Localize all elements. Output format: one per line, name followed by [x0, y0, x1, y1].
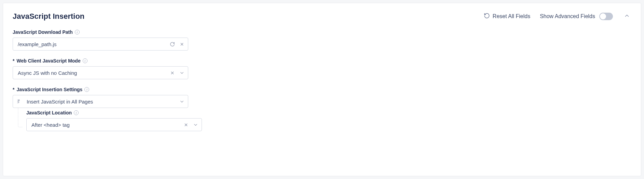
header-actions: Reset All Fields Show Advanced Fields — [484, 11, 631, 21]
input-wrap-js-mode: Async JS with no Caching — [13, 66, 188, 79]
label-download-path-text: JavaScript Download Path — [13, 29, 73, 35]
input-icons — [169, 70, 185, 76]
reset-label: Reset All Fields — [493, 13, 530, 19]
branch-icon — [17, 99, 22, 104]
label-download-path: JavaScript Download Path i — [13, 29, 188, 35]
input-icons — [183, 122, 198, 128]
js-mode-select[interactable]: Async JS with no Caching — [13, 66, 188, 79]
field-js-mode: Web Client JavaScript Mode i Async JS wi… — [13, 58, 188, 79]
chevron-down-icon[interactable] — [179, 98, 185, 105]
label-insertion-settings-text: JavaScript Insertion Settings — [16, 87, 82, 92]
reset-all-fields-button[interactable]: Reset All Fields — [484, 13, 530, 20]
field-insertion-settings: JavaScript Insertion Settings i Insert J… — [13, 87, 188, 131]
info-icon[interactable]: i — [74, 110, 79, 115]
label-js-mode-text: Web Client JavaScript Mode — [16, 58, 80, 64]
input-icons — [169, 41, 185, 47]
info-icon[interactable]: i — [84, 87, 89, 92]
field-js-location: JavaScript Location i After <head> tag — [26, 110, 188, 131]
panel-header: JavaScript Insertion Reset All Fields Sh… — [13, 11, 631, 21]
label-js-location-text: JavaScript Location — [26, 110, 72, 115]
info-icon[interactable]: i — [83, 58, 87, 63]
input-wrap-js-location: After <head> tag — [26, 118, 202, 131]
advanced-label: Show Advanced Fields — [540, 13, 595, 19]
clear-icon[interactable] — [179, 41, 185, 47]
insertion-settings-value: Insert JavaScript in All Pages — [27, 99, 93, 105]
clear-icon[interactable] — [169, 70, 175, 76]
reset-icon — [484, 13, 490, 20]
nested-area: JavaScript Location i After <head> tag — [13, 110, 188, 131]
label-insertion-settings: JavaScript Insertion Settings i — [13, 87, 188, 92]
js-location-select[interactable]: After <head> tag — [26, 118, 202, 131]
js-location-value: After <head> tag — [31, 122, 70, 128]
clear-icon[interactable] — [183, 122, 189, 128]
chevron-down-icon[interactable] — [179, 70, 185, 76]
field-download-path: JavaScript Download Path i — [13, 29, 188, 51]
chevron-down-icon[interactable] — [192, 122, 198, 128]
label-js-mode: Web Client JavaScript Mode i — [13, 58, 188, 64]
tree-connector — [17, 108, 23, 128]
advanced-fields-toggle[interactable] — [599, 13, 613, 20]
download-path-input[interactable] — [13, 38, 188, 51]
label-js-location: JavaScript Location i — [26, 110, 188, 115]
insertion-settings-select[interactable]: Insert JavaScript in All Pages — [13, 95, 188, 108]
input-icons — [179, 98, 185, 105]
javascript-insertion-panel: JavaScript Insertion Reset All Fields Sh… — [3, 3, 641, 176]
input-wrap-insertion-settings: Insert JavaScript in All Pages — [13, 95, 188, 108]
js-mode-value: Async JS with no Caching — [18, 70, 77, 76]
form-column: JavaScript Download Path i — [13, 29, 188, 131]
refresh-icon[interactable] — [169, 41, 175, 47]
panel-title: JavaScript Insertion — [13, 12, 84, 21]
show-advanced-fields-row: Show Advanced Fields — [540, 13, 613, 20]
input-wrap-download-path — [13, 38, 188, 51]
collapse-panel-button[interactable] — [622, 11, 631, 21]
info-icon[interactable]: i — [75, 30, 80, 35]
